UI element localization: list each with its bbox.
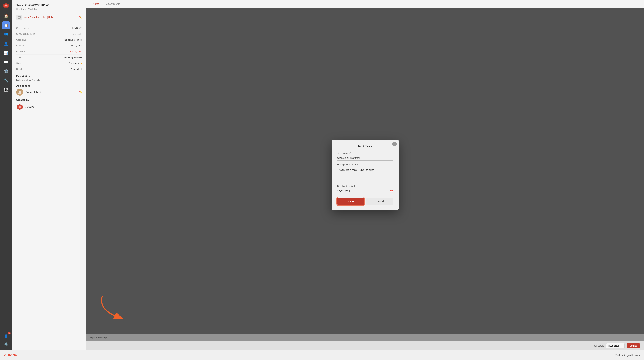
sidebar-item-contacts[interactable]: 👥 [2,31,10,38]
cases-icon: 👤 [4,42,8,46]
info-row-status: Case status No active workflow [16,37,82,43]
modal-overlay: Edit Task ✕ Title (required) Description… [86,8,644,341]
sidebar-item-integrations[interactable]: 🔧 [2,77,10,84]
save-button[interactable]: Save [337,198,364,205]
right-content-area: Edit Task ✕ Title (required) Description… [86,8,644,341]
task-subtitle: Created by Workflow [16,8,82,10]
left-panel: Task: CW-20230701-7 Created by Workflow … [12,0,86,350]
label-task-status: Status [16,61,22,65]
status-select-wrapper: Not started [606,343,624,348]
right-panel: Notes Attachments [86,0,644,350]
info-row-type: Type Created by workflow [16,55,82,60]
created-by-row: System [16,104,82,111]
calendar-icon[interactable]: 📅 [390,190,393,193]
label-outstanding: Outstanding amount [16,32,36,36]
form-input-deadline[interactable] [337,190,390,193]
bottom-bar: guidde. Made with guidde.com [0,350,644,360]
cancel-button[interactable]: Cancel [366,198,393,205]
label-deadline: Deadline [16,50,24,54]
info-fields: Case number DC4RDC9 Outstanding amount £… [16,25,82,72]
reports-icon: 📊 [4,51,8,55]
created-by-name: System [26,106,34,108]
info-row-case-number: Case number DC4RDC9 [16,25,82,31]
system-logo [16,104,23,111]
sidebar-item-messages[interactable]: ✉️ [2,58,10,66]
company-edit-icon[interactable]: ✏️ [79,16,82,19]
value-case-number: DC4RDC9 [72,26,82,30]
form-label-title: Title (required) [337,152,393,154]
info-row-created: Created Jul 01, 2023 [16,43,82,49]
value-case-status: No active workflow [64,38,82,42]
sidebar-item-tasks[interactable]: 📋 [2,21,10,29]
contacts-icon: 👥 [4,32,8,37]
sidebar-item-cases[interactable]: 👤 [2,40,10,48]
status-dot-not-started [81,63,82,64]
value-created: Jul 01, 2023 [71,44,82,48]
company-icon [16,15,22,20]
tabs-bar: Notes Attachments [86,0,644,8]
value-outstanding: £8,153.72 [73,32,82,36]
info-row-task-status: Status Not started [16,60,82,66]
info-row-outstanding: Outstanding amount £8,153.72 [16,31,82,37]
sidebar-item-reports[interactable]: 📊 [2,49,10,57]
main-content: Task: CW-20230701-7 Created by Workflow … [12,0,644,350]
arrow-annotation [95,294,131,320]
app-logo[interactable] [2,2,10,9]
task-status-bar: Task status Not started Update [86,341,644,350]
sidebar-item-team[interactable]: 👨‍👩‍👧‍👦 [2,86,10,94]
value-deadline: Feb 05, 2024 [70,50,82,54]
made-with-text: Made with guidde.com [615,354,640,357]
created-by-title: Created by [16,99,82,101]
task-status-select[interactable]: Not started [606,343,624,348]
sidebar: 🏠 📋 👥 👤 📊 ✉️ 🏦 🔧 👨‍👩‍👧‍👦 [0,0,12,350]
assigned-to-title: Assigned to [16,84,82,87]
info-row-result: Result No result [16,66,82,72]
modal-buttons: Save Cancel [337,198,393,205]
status-dot-result [81,68,82,70]
company-row: Hola Data Group Ltd (Hola... ✏️ [16,13,82,22]
form-group-deadline: Deadline (required) 📅 [337,185,393,194]
modal-close-button[interactable]: ✕ [392,142,397,146]
task-status-label: Task status [592,344,604,347]
deadline-row: 📅 [337,188,393,194]
form-textarea-description[interactable] [337,167,393,181]
avatar-darren [16,89,23,96]
value-type: Created by workflow [63,56,82,59]
form-label-deadline: Deadline (required) [337,185,393,187]
settings-icon: ⚙️ [4,342,8,346]
description-text: Main workflow 2nd ticket [16,79,82,82]
info-row-deadline: Deadline Feb 05, 2024 [16,49,82,55]
sidebar-item-bank[interactable]: 🏦 [2,67,10,75]
description-title: Description [16,75,82,78]
form-input-title[interactable] [337,155,393,161]
sidebar-item-user[interactable]: 👤 4 [2,332,10,340]
user-icon: 👤 [4,334,8,338]
sidebar-item-settings[interactable]: ⚙️ [2,340,10,348]
assigned-edit-icon[interactable]: ✏️ [79,91,82,94]
edit-task-modal: Edit Task ✕ Title (required) Description… [332,140,399,210]
messages-icon: ✉️ [4,60,8,64]
label-result: Result [16,67,22,71]
form-group-title: Title (required) [337,152,393,161]
tab-notes[interactable]: Notes [90,0,102,8]
company-name[interactable]: Hola Data Group Ltd (Hola... [24,16,77,19]
assigned-name: Darren Tebbitt [26,91,41,94]
label-created: Created [16,44,24,48]
guidde-logo: guidde. [4,353,18,357]
label-case-number: Case number [16,26,29,30]
bank-icon: 🏦 [4,69,8,73]
modal-title: Edit Task [337,145,393,148]
value-task-status: Not started [69,61,82,65]
update-status-button[interactable]: Update [627,343,640,348]
label-case-status: Case status [16,38,28,42]
assigned-row: Darren Tebbitt ✏️ [16,89,82,96]
value-result: No result [71,67,82,71]
sidebar-item-home[interactable]: 🏠 [2,12,10,20]
form-label-description: Description (required) [337,163,393,166]
svg-point-5 [19,91,20,92]
notification-badge: 4 [8,332,10,334]
home-icon: 🏠 [4,14,8,18]
tab-attachments[interactable]: Attachments [104,0,123,8]
team-icon: 👨‍👩‍👧‍👦 [4,88,8,92]
svg-rect-3 [18,17,20,19]
